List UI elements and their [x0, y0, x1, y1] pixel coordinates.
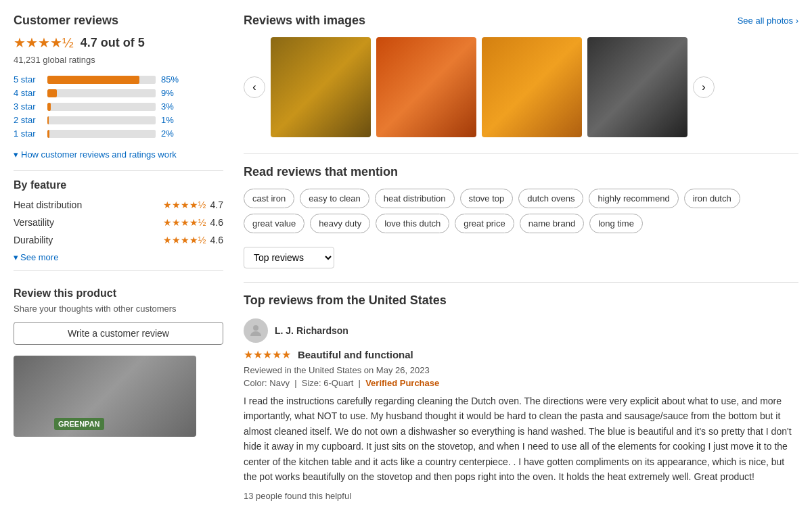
mention-tag-easy-clean[interactable]: easy to clean: [300, 189, 369, 208]
star-label-3[interactable]: 3 star: [14, 101, 42, 112]
feature-name-versatility: Versatility: [14, 217, 54, 228]
divider-1: [14, 170, 223, 171]
feature-name-heat: Heat distribution: [14, 199, 82, 210]
mention-tag-love-this-dutch[interactable]: love this dutch: [376, 214, 449, 233]
feature-rating-heat: ★★★★½ 4.7: [163, 199, 223, 210]
divider-images: [244, 153, 798, 154]
svg-point-0: [253, 325, 258, 331]
reviews-with-images-title: Reviews with images: [244, 14, 365, 28]
mention-tag-heat-dist[interactable]: heat distribution: [375, 189, 455, 208]
how-reviews-link[interactable]: ▾ How customer reviews and ratings work: [14, 149, 223, 160]
avatar: [244, 318, 268, 343]
bar-track-4: [47, 89, 156, 97]
mention-tag-iron-dutch[interactable]: iron dutch: [684, 189, 740, 208]
carousel-next-button[interactable]: ›: [693, 76, 715, 98]
see-more-features[interactable]: ▾ See more: [14, 252, 223, 262]
overall-stars: ★★★★½: [14, 34, 74, 51]
star-row-1: 1 star 2%: [14, 128, 223, 139]
mention-tag-stove-top[interactable]: stove top: [460, 189, 514, 208]
rating-value: 4.7 out of 5: [81, 36, 145, 50]
rating-summary: ★★★★½ 4.7 out of 5: [14, 34, 223, 51]
feature-stars-versatility: ★★★★½: [163, 217, 206, 228]
review-this-section: Review this product Share your thoughts …: [14, 287, 223, 345]
greenpan-badge: GREENPAN: [54, 418, 104, 430]
divider-sort: [244, 282, 798, 283]
mention-tag-great-price[interactable]: great price: [455, 214, 514, 233]
customer-reviews-title: Customer reviews: [14, 14, 223, 28]
review-image-1[interactable]: [271, 37, 371, 137]
bar-track-1: [47, 130, 156, 138]
bar-pct-1: 2%: [161, 128, 181, 139]
feature-name-durability: Durability: [14, 235, 53, 245]
image-carousel: ‹ ›: [244, 37, 798, 137]
bar-fill-5: [47, 76, 139, 84]
feature-row-durability: Durability ★★★★½ 4.6: [14, 235, 223, 245]
star-bars-section: 5 star 85% 4 star 9% 3 star 3%: [14, 74, 223, 139]
chevron-down-icon: ▾: [14, 149, 18, 160]
star-label-4[interactable]: 4 star: [14, 88, 42, 98]
bar-pct-2: 1%: [161, 115, 181, 125]
review-meta: Reviewed in the United States on May 26,…: [244, 365, 798, 375]
product-image: GREENPAN: [14, 356, 196, 437]
feature-rating-durability: ★★★★½ 4.6: [163, 235, 223, 245]
mention-tag-great-value[interactable]: great value: [244, 214, 304, 233]
bar-track-2: [47, 116, 156, 124]
review-image-3[interactable]: [482, 37, 582, 137]
mention-tag-long-time[interactable]: long time: [589, 214, 643, 233]
mention-tags-container: cast iron easy to clean heat distributio…: [244, 189, 798, 233]
review-image-4[interactable]: [587, 37, 687, 137]
review-stars: ★★★★★: [244, 349, 291, 360]
bar-fill-3: [47, 103, 51, 111]
see-more-label: See more: [20, 252, 58, 262]
mentions-title: Read reviews that mention: [244, 165, 798, 179]
mention-tag-dutch-ovens[interactable]: dutch ovens: [518, 189, 583, 208]
bar-track-5: [47, 76, 156, 84]
mention-tag-cast-iron[interactable]: cast iron: [244, 189, 294, 208]
global-ratings: 41,231 global ratings: [14, 55, 223, 65]
review-image-2[interactable]: [376, 37, 476, 137]
review-stars-row: ★★★★★ Beautiful and functional: [244, 348, 798, 361]
bar-fill-4: [47, 89, 57, 97]
sort-dropdown[interactable]: Top reviews Most recent Top critical: [244, 247, 334, 268]
review-images: [271, 37, 687, 137]
star-label-5[interactable]: 5 star: [14, 74, 42, 85]
review-headline: Beautiful and functional: [298, 349, 413, 360]
feature-stars-heat: ★★★★½: [163, 199, 206, 210]
bar-pct-4: 9%: [161, 88, 181, 98]
reviewer-name: L. J. Richardson: [275, 325, 348, 336]
review-this-sub: Share your thoughts with other customers: [14, 304, 223, 314]
reviews-images-header: Reviews with images See all photos ›: [244, 14, 798, 28]
feature-row-heat: Heat distribution ★★★★½ 4.7: [14, 199, 223, 210]
review-this-title: Review this product: [14, 287, 223, 300]
bar-fill-1: [47, 130, 49, 138]
left-column: Customer reviews ★★★★½ 4.7 out of 5 41,2…: [14, 14, 223, 515]
by-feature-title: By feature: [14, 179, 223, 191]
mention-tag-heavy-duty[interactable]: heavy duty: [310, 214, 370, 233]
right-column: Reviews with images See all photos › ‹ ›…: [244, 14, 798, 515]
top-reviews-title: Top reviews from the United States: [244, 293, 798, 308]
divider-2: [14, 270, 223, 271]
star-row-3: 3 star 3%: [14, 101, 223, 112]
how-reviews-text: How customer reviews and ratings work: [21, 149, 177, 160]
verified-badge: Verified Purchase: [365, 378, 439, 388]
review-color-size: Color: Navy | Size: 6-Quart | Verified P…: [244, 378, 798, 388]
see-all-photos-link[interactable]: See all photos ›: [738, 16, 798, 26]
write-review-button[interactable]: Write a customer review: [14, 322, 223, 345]
carousel-prev-button[interactable]: ‹: [244, 76, 265, 98]
mention-tag-highly-recommend[interactable]: highly recommend: [589, 189, 678, 208]
star-label-2[interactable]: 2 star: [14, 115, 42, 125]
review-text: I read the instructions carefully regard…: [244, 394, 798, 484]
star-row-5: 5 star 85%: [14, 74, 223, 85]
star-row-4: 4 star 9%: [14, 88, 223, 98]
feature-score-heat: 4.7: [210, 199, 223, 210]
star-label-1[interactable]: 1 star: [14, 128, 42, 139]
bar-fill-2: [47, 116, 49, 124]
review-helpful: 13 people found this helpful: [244, 491, 798, 501]
chevron-down-icon-features: ▾: [14, 252, 18, 262]
feature-row-versatility: Versatility ★★★★½ 4.6: [14, 217, 223, 228]
product-image-inner: [14, 356, 196, 437]
bar-pct-3: 3%: [161, 101, 181, 112]
mention-tag-name-brand[interactable]: name brand: [520, 214, 584, 233]
feature-score-durability: 4.6: [210, 235, 223, 245]
bar-pct-5: 85%: [161, 74, 181, 85]
